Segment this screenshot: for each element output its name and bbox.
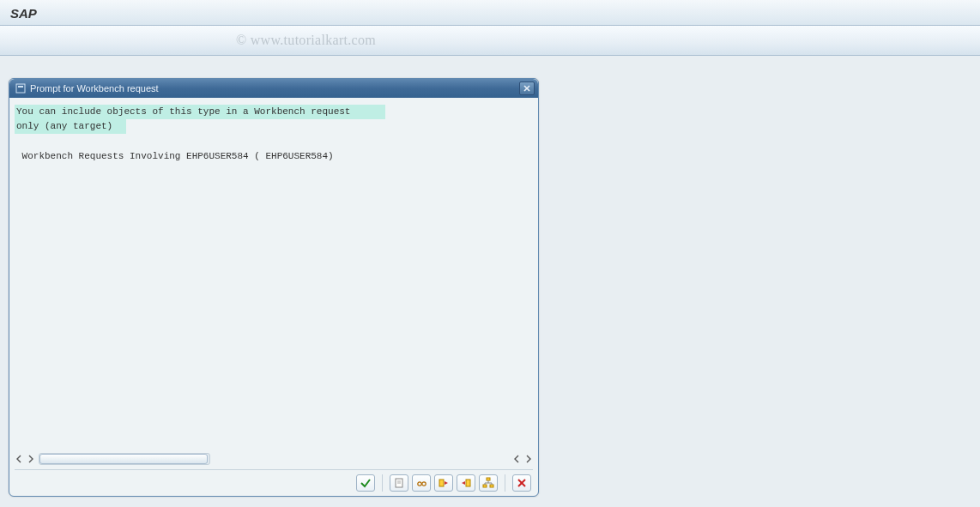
workbench-request-dialog: Prompt for Workbench request You can inc…: [9, 78, 539, 497]
watermark-text: © www.tutorialkart.com: [236, 33, 376, 48]
separator: [505, 474, 505, 492]
close-icon: [523, 84, 531, 93]
svg-rect-10: [439, 480, 444, 486]
separator: [382, 474, 383, 492]
svg-rect-15: [483, 485, 487, 487]
own-requests-button[interactable]: [412, 474, 431, 492]
main-area: Prompt for Workbench request You can inc…: [0, 56, 980, 507]
svg-rect-16: [490, 485, 493, 487]
dialog-body: You can include objects of this type in …: [9, 98, 538, 450]
chevron-left-icon: [513, 455, 520, 463]
expand-button[interactable]: [434, 474, 453, 492]
svg-rect-14: [487, 478, 490, 480]
app-title: SAP: [10, 6, 37, 21]
collapse-icon: [460, 477, 472, 489]
close-button[interactable]: [519, 81, 535, 95]
chevron-right-icon: [27, 455, 34, 463]
continue-button[interactable]: [356, 474, 375, 492]
collapse-button[interactable]: [457, 474, 475, 492]
app-header: SAP: [0, 0, 980, 26]
check-icon: [360, 477, 372, 489]
dialog-footer: [9, 470, 538, 496]
svg-point-8: [422, 482, 426, 486]
svg-rect-1: [18, 86, 23, 88]
scroll-track-left[interactable]: [39, 453, 210, 465]
scroll-left-end-button[interactable]: [512, 453, 521, 465]
svg-rect-0: [16, 84, 25, 93]
hierarchy-icon: [482, 477, 494, 489]
info-text-line2: only (any target): [15, 119, 126, 134]
cancel-button[interactable]: [512, 474, 531, 492]
cancel-icon: [516, 477, 528, 489]
app-toolbar: © www.tutorialkart.com: [0, 26, 980, 56]
requests-heading: Workbench Requests Involving EHP6USER584…: [15, 149, 533, 164]
tree-button[interactable]: [479, 474, 498, 492]
scroll-right-inner-button[interactable]: [27, 453, 35, 465]
info-text-line1: You can include objects of this type in …: [15, 105, 385, 119]
chevron-right-icon: [525, 455, 532, 463]
svg-point-7: [418, 482, 421, 486]
spacer: [15, 134, 533, 149]
chevron-left-icon: [15, 455, 22, 463]
dialog-titlebar[interactable]: Prompt for Workbench request: [9, 79, 538, 98]
svg-marker-11: [445, 481, 448, 485]
create-request-button[interactable]: [390, 474, 408, 492]
scroll-thumb[interactable]: [39, 454, 208, 464]
svg-marker-13: [462, 481, 465, 485]
document-icon: [393, 477, 405, 489]
dialog-icon: [15, 82, 27, 94]
glasses-icon: [415, 477, 427, 489]
expand-icon: [438, 477, 450, 489]
horizontal-scrollbar[interactable]: [9, 450, 538, 468]
scroll-left-button[interactable]: [15, 453, 23, 465]
scroll-right-end-button[interactable]: [524, 453, 533, 465]
dialog-title: Prompt for Workbench request: [30, 83, 519, 94]
svg-rect-12: [466, 480, 470, 486]
